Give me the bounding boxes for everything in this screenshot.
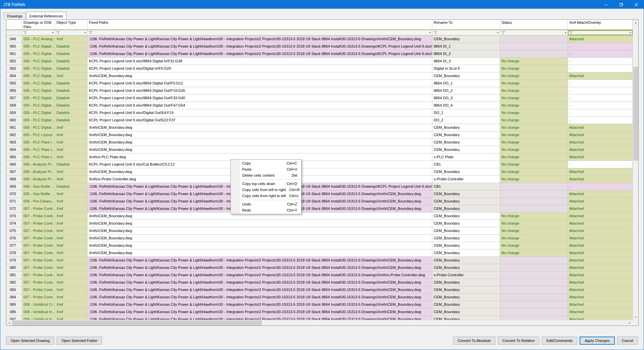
- scroll-left-arrow-icon[interactable]: ◄: [6, 320, 12, 326]
- cell-num[interactable]: 078: [6, 249, 22, 257]
- cell-path[interactable]: KCPL Project Legend Unit 9.xlsx!8864 Dig…: [88, 87, 432, 95]
- scroll-right-arrow-icon[interactable]: ►: [627, 320, 633, 326]
- cell-xref[interactable]: Attached: [568, 257, 633, 264]
- column-header-file[interactable]: Drawings or DXE Files: [22, 20, 55, 30]
- filter-dropdown-icon[interactable]: ▾: [565, 32, 566, 34]
- cell-file[interactable]: 008 - Umbilical In...: [22, 308, 55, 316]
- cell-type[interactable]: Xref: [55, 264, 88, 272]
- scroll-down-arrow-icon[interactable]: ▼: [633, 314, 639, 320]
- cell-type[interactable]: Xref: [55, 235, 88, 242]
- cell-path[interactable]: KCPL Project Legend Unit 9.xlsx!Digital …: [88, 109, 432, 117]
- cell-rename[interactable]: 8864 DO_2: [432, 87, 500, 95]
- cell-path[interactable]: .\196. FixRefs\Kansas City Power & Light…: [88, 50, 432, 58]
- cell-status[interactable]: No change: [500, 131, 568, 139]
- tab-drawings[interactable]: Drawings: [4, 13, 26, 19]
- cell-status[interactable]: No change: [500, 117, 568, 124]
- cell-file[interactable]: 006 - Pre-Cleanu...: [22, 198, 55, 205]
- cell-xref[interactable]: Attached: [568, 286, 633, 294]
- cell-rename[interactable]: CEM_Boundary: [432, 249, 500, 257]
- cell-xref[interactable]: -: [568, 183, 633, 190]
- cell-status[interactable]: [500, 308, 568, 316]
- cell-rename[interactable]: CEM_Boundary: [432, 301, 500, 308]
- cell-xref[interactable]: -: [568, 109, 633, 117]
- cell-file[interactable]: 006 - Analyzer Pi...: [22, 168, 55, 176]
- cell-status[interactable]: No change: [500, 146, 568, 154]
- cell-type[interactable]: Xref: [55, 308, 88, 316]
- cell-num[interactable]: 084: [6, 294, 22, 301]
- cell-status[interactable]: No change: [500, 213, 568, 220]
- cell-status[interactable]: [500, 294, 568, 301]
- cell-path[interactable]: .\196. FixRefs\Kansas City Power & Light…: [88, 264, 432, 272]
- cell-num[interactable]: 061: [6, 124, 22, 131]
- cell-xref[interactable]: Attached: [568, 36, 633, 43]
- cell-status[interactable]: [500, 198, 568, 205]
- cell-num[interactable]: 083: [6, 286, 22, 294]
- cell-status[interactable]: No change: [500, 58, 568, 65]
- cell-xref[interactable]: Attached: [568, 235, 633, 242]
- column-header-xref[interactable]: Xref Attach/Overlay: [568, 20, 633, 30]
- open-selected-drawing-button[interactable]: Open Selected Drawing: [6, 337, 54, 345]
- cell-path[interactable]: Xrefs\CEM_Boundary.dwg: [88, 249, 432, 257]
- cell-num[interactable]: 069: [6, 183, 22, 190]
- cell-rename[interactable]: 8864 DI_1: [432, 43, 500, 50]
- menu-item-copy-cells-from-right-to-left[interactable]: Copy cells from right to leftCtrl+L: [231, 193, 301, 199]
- column-header-corner[interactable]: [6, 20, 22, 30]
- cell-type[interactable]: Datalink: [55, 183, 88, 190]
- cell-rename[interactable]: x-Probe Controller: [432, 176, 500, 183]
- cell-xref[interactable]: Attached: [568, 220, 633, 227]
- cell-rename[interactable]: CEM_Boundary: [432, 227, 500, 235]
- cell-xref[interactable]: Attached: [568, 308, 633, 316]
- cell-type[interactable]: Xref: [55, 286, 88, 294]
- cell-type[interactable]: Datalink: [55, 80, 88, 87]
- cell-xref[interactable]: Attached: [568, 205, 633, 213]
- cell-rename[interactable]: CEM_Boundary: [432, 205, 500, 213]
- cell-xref[interactable]: Attached: [568, 131, 633, 139]
- menu-item-delete-cells-content[interactable]: Delete cells contentDel: [231, 172, 301, 178]
- filter-cell-type[interactable]: ▾: [55, 30, 88, 35]
- cell-rename[interactable]: CEM_Boundary: [432, 72, 500, 80]
- cell-path[interactable]: Xrefs\CEM_Boundary.dwg: [88, 227, 432, 235]
- cell-num[interactable]: 049: [6, 36, 22, 43]
- cell-path[interactable]: .\196. FixRefs\Kansas City Power & Light…: [88, 286, 432, 294]
- cell-rename[interactable]: CEM_Boundary: [432, 131, 500, 139]
- cell-xref[interactable]: -: [568, 80, 633, 87]
- cell-xref[interactable]: -: [568, 65, 633, 72]
- cell-xref[interactable]: Attached: [568, 272, 633, 279]
- menu-item-redo[interactable]: RedoCtrl+Y: [231, 207, 301, 213]
- tab-external-references[interactable]: External References: [26, 12, 66, 19]
- column-header-type[interactable]: Object Type: [55, 20, 88, 30]
- open-selected-folder-button[interactable]: Open Selected Folder: [57, 337, 102, 345]
- cell-type[interactable]: Datalink: [55, 43, 88, 50]
- cell-rename[interactable]: CEM_Boundary: [432, 308, 500, 316]
- cell-type[interactable]: Xref: [55, 36, 88, 43]
- cell-file[interactable]: 005 - PLC Plate L...: [22, 154, 55, 161]
- cell-xref[interactable]: -: [568, 117, 633, 124]
- horizontal-scrollbar[interactable]: ◄ ►: [6, 320, 633, 326]
- cell-type[interactable]: Xref: [55, 272, 88, 279]
- cell-status[interactable]: No change: [500, 124, 568, 131]
- cell-path[interactable]: .\196. FixRefs\Kansas City Power & Light…: [88, 301, 432, 308]
- cell-status[interactable]: No change: [500, 109, 568, 117]
- cell-num[interactable]: 052: [6, 58, 22, 65]
- cell-path[interactable]: .\196. FixRefs\Kansas City Power & Light…: [88, 279, 432, 286]
- cell-num[interactable]: 072: [6, 205, 22, 213]
- cell-file[interactable]: 005 - PLC Digital ...: [22, 50, 55, 58]
- cell-type[interactable]: Datalink: [55, 87, 88, 95]
- cell-rename[interactable]: DO_2: [432, 117, 500, 124]
- cell-num[interactable]: 080: [6, 264, 22, 272]
- horizontal-scroll-thumb[interactable]: [12, 320, 262, 326]
- cell-rename[interactable]: CEM_Boundary: [432, 213, 500, 220]
- cell-num[interactable]: 055: [6, 80, 22, 87]
- filter-dropdown-icon[interactable]: ▾: [429, 32, 431, 34]
- cell-status[interactable]: No change: [500, 139, 568, 146]
- cell-file[interactable]: 007 - Probe Contr...: [22, 257, 55, 264]
- cell-status[interactable]: No change: [500, 65, 568, 72]
- cell-rename[interactable]: 8864 DI_2: [432, 50, 500, 58]
- cell-status[interactable]: [500, 183, 568, 190]
- cell-num[interactable]: 085: [6, 301, 22, 308]
- cell-path[interactable]: KCPL Project Legend Unit 9.xlsx!Digital …: [88, 65, 432, 72]
- cell-status[interactable]: No change: [500, 220, 568, 227]
- cell-status[interactable]: [500, 279, 568, 286]
- cell-status[interactable]: [500, 286, 568, 294]
- cell-num[interactable]: 062: [6, 131, 22, 139]
